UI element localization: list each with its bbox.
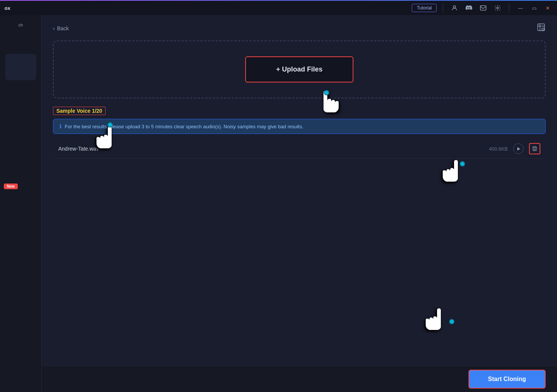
info-icon: ℹ <box>59 123 62 130</box>
svg-point-0 <box>453 6 456 8</box>
file-name: Andrew-Tate.wav <box>58 146 99 152</box>
discord-icon <box>465 5 472 11</box>
sidebar-search-label: ch <box>19 23 23 27</box>
settings-icon-btn[interactable] <box>492 4 503 12</box>
divider2 <box>509 4 509 12</box>
file-size: 400.6KB <box>489 146 508 152</box>
user-icon <box>451 5 458 11</box>
trash-icon <box>532 146 538 152</box>
new-badge: New <box>4 184 18 189</box>
close-btn[interactable]: ✕ <box>543 5 552 12</box>
upload-area[interactable]: + Upload Files <box>53 40 546 98</box>
tutorial-button[interactable]: Tutorial <box>412 4 437 12</box>
user-icon-btn[interactable] <box>449 4 460 12</box>
mail-icon-btn[interactable] <box>478 4 489 12</box>
settings-icon <box>494 5 501 11</box>
bottom-bar: Start Cloning <box>42 366 557 392</box>
delete-button[interactable] <box>529 143 540 154</box>
svg-marker-4 <box>517 147 520 151</box>
sidebar-item-box <box>5 54 36 80</box>
back-label: Back <box>57 25 69 31</box>
sidebar: ch <box>0 15 42 392</box>
maximize-btn[interactable]: ▭ <box>529 5 539 12</box>
divider <box>443 4 443 12</box>
play-icon <box>517 147 521 151</box>
file-row: Andrew-Tate.wav 400.6KB <box>53 139 546 159</box>
title-bar: ox Tutorial — ▭ ✕ <box>0 0 557 15</box>
sample-voice-label: Sample Voice 1/20 <box>53 107 106 115</box>
start-cloning-button[interactable]: Start Cloning <box>468 370 546 389</box>
back-button[interactable]: ‹ Back <box>53 25 69 31</box>
play-button[interactable] <box>513 143 524 154</box>
header-row: ‹ Back <box>53 23 546 34</box>
main-content: ‹ Back + Upload Files Sample Voice 1/20 … <box>42 15 557 392</box>
title-bar-left: ox <box>5 5 10 11</box>
upload-files-button[interactable]: + Upload Files <box>245 56 354 82</box>
svg-point-2 <box>497 7 499 9</box>
minimize-btn[interactable]: — <box>515 5 526 12</box>
svg-point-3 <box>542 28 544 30</box>
info-text: For the best results, please upload 3 to… <box>65 124 303 129</box>
mail-icon <box>480 5 487 11</box>
tool-icon <box>537 23 546 34</box>
app-title: ox <box>5 5 10 11</box>
back-chevron-icon: ‹ <box>53 25 55 31</box>
title-bar-right: Tutorial — ▭ ✕ <box>412 4 552 12</box>
info-banner: ℹ For the best results, please upload 3 … <box>53 119 546 134</box>
svg-rect-1 <box>481 6 486 10</box>
file-actions: 400.6KB <box>489 143 540 154</box>
discord-icon-btn[interactable] <box>464 4 474 12</box>
